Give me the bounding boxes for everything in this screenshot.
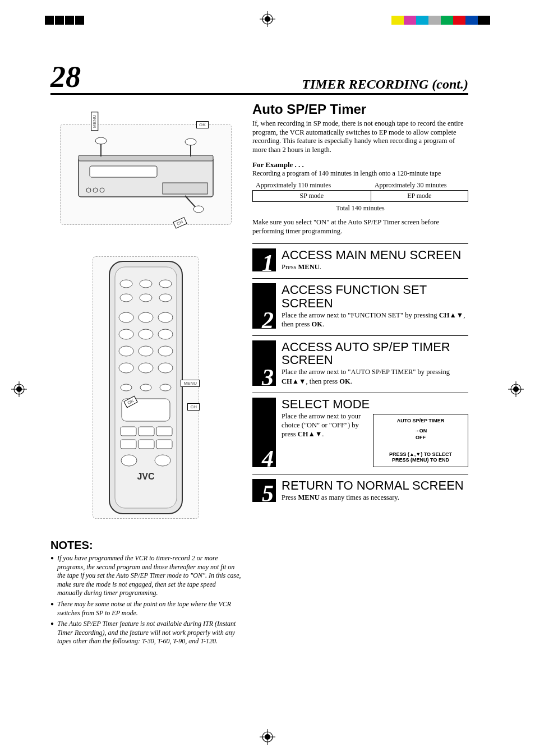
- osd-option-on: →ON: [376, 428, 465, 435]
- label-menu: MENU: [181, 380, 200, 387]
- svg-point-48: [160, 384, 171, 391]
- svg-rect-51: [139, 427, 154, 436]
- step-title: RETURN TO NORMAL SCREEN: [282, 479, 468, 492]
- svg-rect-22: [163, 183, 207, 194]
- osd-option-off: OFF: [376, 435, 465, 441]
- note-item: There may be some noise at the point on …: [50, 600, 241, 617]
- step-5: 5 RETURN TO NORMAL SCREEN Press MENU as …: [252, 474, 468, 509]
- osd-hint2: PRESS (MENU) TO END: [376, 458, 465, 463]
- step-3: 3 ACCESS AUTO SP/EP TIMER SCREEN Place t…: [252, 335, 468, 393]
- step-title: ACCESS MAIN MENU SCREEN: [282, 248, 468, 261]
- step-number: 3: [262, 366, 274, 389]
- osd-title: AUTO SP/EP TIMER: [376, 418, 465, 423]
- step-text: Press MENU.: [282, 262, 468, 271]
- svg-point-37: [119, 329, 133, 339]
- svg-point-24: [185, 139, 196, 145]
- step-2: 2 ACCESS FUNCTION SET SCREEN Place the a…: [252, 278, 468, 335]
- page-header: 28 TIMER RECORDING (cont.): [50, 62, 468, 95]
- label-ok: OK: [196, 121, 209, 128]
- svg-point-34: [119, 312, 133, 322]
- step-text: Place the arrow next to "FUNCTION SET" b…: [282, 311, 468, 329]
- svg-rect-50: [121, 427, 136, 436]
- mode-table: SP mode EP mode: [252, 190, 468, 202]
- approx-ep: Approximately 30 minutes: [371, 181, 468, 190]
- svg-point-25: [193, 206, 204, 213]
- step-text: Place the arrow next to your choice ("ON…: [282, 412, 368, 467]
- registration-marks-left: [45, 16, 84, 25]
- step-number: 1: [262, 251, 274, 275]
- step-number: 2: [262, 308, 274, 332]
- step-1: 1 ACCESS MAIN MENU SCREEN Press MENU.: [252, 243, 468, 278]
- svg-rect-52: [156, 427, 172, 436]
- svg-point-36: [158, 312, 173, 322]
- svg-rect-17: [79, 155, 213, 161]
- svg-point-39: [158, 329, 173, 339]
- svg-point-40: [119, 346, 133, 356]
- svg-point-46: [121, 384, 132, 391]
- svg-rect-55: [156, 440, 172, 449]
- registration-marks-right: [391, 16, 490, 25]
- svg-point-29: [140, 280, 152, 288]
- svg-point-45: [158, 363, 173, 373]
- step-4: 4 SELECT MODE Place the arrow next to yo…: [252, 393, 468, 474]
- svg-rect-54: [139, 440, 154, 449]
- example-heading: For Example . . .: [252, 160, 468, 169]
- step-title: SELECT MODE: [282, 398, 468, 411]
- svg-point-35: [139, 312, 153, 322]
- svg-point-44: [139, 363, 153, 373]
- svg-point-56: [121, 455, 137, 466]
- svg-rect-18: [90, 166, 157, 177]
- sp-mode-cell: SP mode: [253, 191, 371, 201]
- section-title: TIMER RECORDING (cont.): [302, 77, 468, 92]
- svg-point-31: [120, 294, 132, 302]
- svg-rect-53: [121, 440, 136, 449]
- osd-screen: AUTO SP/EP TIMER →ON OFF PRESS (▲,▼) TO …: [373, 414, 468, 467]
- label-ch: CH: [173, 217, 187, 229]
- svg-point-32: [140, 294, 152, 302]
- feature-title: Auto SP/EP Timer: [252, 102, 468, 117]
- crosshair-icon: [260, 729, 275, 745]
- svg-point-41: [139, 346, 153, 356]
- svg-point-43: [119, 363, 133, 373]
- crosshair-icon: [508, 381, 524, 397]
- label-menu: MENU: [91, 112, 98, 131]
- svg-point-38: [139, 329, 153, 339]
- note-item: If you have programmed the VCR to timer-…: [50, 554, 241, 598]
- mode-approx-row: Approximately 110 minutes Approximately …: [252, 181, 468, 190]
- svg-point-23: [95, 137, 107, 144]
- crosshair-icon: [11, 381, 27, 397]
- ep-mode-cell: EP mode: [371, 191, 468, 201]
- page-number: 28: [50, 62, 81, 92]
- step-number: 4: [262, 447, 274, 471]
- step-title: ACCESS FUNCTION SET SCREEN: [282, 283, 468, 309]
- approx-sp: Approximately 110 minutes: [252, 181, 371, 190]
- brand-logo: JVC: [137, 472, 154, 482]
- step-text: Place the arrow next to "AUTO SP/EP TIME…: [282, 367, 468, 386]
- svg-point-57: [155, 455, 170, 466]
- vcr-illustration: MENU OK CH: [50, 118, 241, 231]
- intro-text: If, when recording in SP mode, there is …: [252, 119, 468, 155]
- example-sub: Recording a program of 140 minutes in le…: [252, 169, 468, 177]
- svg-point-28: [120, 280, 132, 288]
- note-item: The Auto SP/EP Timer feature is not avai…: [50, 620, 241, 646]
- svg-point-47: [140, 384, 151, 391]
- step-title: ACCESS AUTO SP/EP TIMER SCREEN: [282, 340, 468, 366]
- svg-point-42: [158, 346, 173, 356]
- step-number: 5: [262, 482, 274, 505]
- svg-point-30: [159, 280, 172, 288]
- crosshair-icon: [260, 11, 275, 27]
- svg-point-33: [159, 294, 172, 302]
- step-text: Press MENU as many times as necessary.: [282, 493, 468, 502]
- remote-illustration: MENU OK CH JVC: [50, 242, 241, 533]
- pre-note: Make sure you select "ON" at the Auto SP…: [252, 218, 468, 236]
- notes-list: If you have programmed the VCR to timer-…: [50, 554, 241, 646]
- total-row: Total 140 minutes: [252, 204, 468, 213]
- label-ch: CH: [187, 403, 200, 411]
- notes-heading: NOTES:: [50, 539, 241, 552]
